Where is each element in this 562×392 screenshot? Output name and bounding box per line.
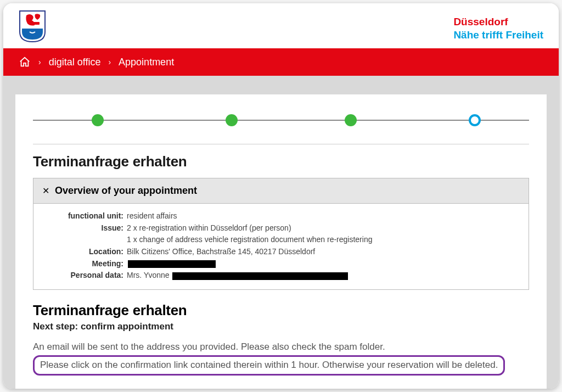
row-location: Location: Bilk Citizens' Office, Bachstr… (43, 246, 519, 258)
step-4-current (469, 114, 481, 126)
top-header: Düsseldorf Nähe trifft Freiheit (3, 3, 559, 48)
overview-body: functional unit: resident affairs Issue:… (33, 204, 529, 289)
step-3-done (345, 114, 357, 126)
chevron-right-icon: › (108, 58, 111, 66)
label-issue: Issue: (43, 222, 127, 234)
label-meeting: Meeting: (43, 258, 127, 270)
overview-toggle-header[interactable]: ✕ Overview of your appointment (33, 178, 529, 204)
breadcrumb-appointment: Appointment (119, 57, 174, 68)
confirmation-heading: Terminanfrage erhalten (33, 302, 529, 319)
row-functional-unit: functional unit: resident affairs (43, 210, 519, 222)
city-crest-logo (19, 10, 46, 43)
value-location: Bilk Citizens' Office, Bachstraße 145, 4… (127, 246, 519, 258)
value-meeting-redacted (127, 258, 519, 270)
personal-data-prefix: Mrs. Yvonne (127, 271, 170, 279)
value-issue: 2 x re-registration within Düsseldorf (p… (127, 222, 519, 246)
overview-header-label: Overview of your appointment (55, 185, 197, 197)
appointment-overview-box: ✕ Overview of your appointment functiona… (33, 178, 529, 290)
confirmation-highlight: Please click on the confirmation link co… (33, 355, 505, 375)
value-personal-data: Mrs. Yvonne (127, 270, 519, 282)
label-functional-unit: functional unit: (43, 210, 127, 222)
label-personal-data: Personal data: (43, 270, 127, 282)
personal-data-redacted (172, 272, 348, 280)
step-2-done (226, 114, 238, 126)
step-line (33, 120, 529, 121)
label-location: Location: (43, 246, 127, 258)
content-area: Terminanfrage erhalten ✕ Overview of you… (3, 76, 559, 389)
progress-stepper (33, 112, 529, 128)
home-icon[interactable] (19, 56, 31, 68)
main-card: Terminanfrage erhalten ✕ Overview of you… (15, 94, 547, 389)
section-title: Terminanfrage erhalten (33, 153, 529, 170)
breadcrumb-digital-office[interactable]: digital office (49, 57, 101, 68)
svg-rect-0 (33, 22, 40, 25)
info-line1: An email will be sent to the address you… (33, 340, 529, 354)
brand-slogan: Nähe trifft Freiheit (453, 29, 543, 42)
step-1-done (92, 114, 104, 126)
divider (33, 144, 529, 144)
chevron-right-icon: › (38, 58, 41, 66)
brand-tagline: Düsseldorf Nähe trifft Freiheit (453, 10, 543, 42)
breadcrumb: › digital office › Appointment (3, 48, 559, 76)
next-step-label: Next step: confirm appointment (33, 321, 529, 332)
issue-line2: 1 x change of address vehicle registrati… (127, 234, 519, 246)
row-meeting: Meeting: (43, 258, 519, 270)
row-personal-data: Personal data: Mrs. Yvonne (43, 270, 519, 282)
confirmation-info: An email will be sent to the address you… (33, 340, 529, 376)
row-issue: Issue: 2 x re-registration within Düssel… (43, 222, 519, 246)
brand-city: Düsseldorf (453, 15, 543, 29)
page-window: Düsseldorf Nähe trifft Freiheit › digita… (3, 3, 559, 389)
close-icon: ✕ (42, 186, 49, 196)
issue-line1: 2 x re-registration within Düsseldorf (p… (127, 222, 519, 234)
value-functional-unit: resident affairs (127, 210, 519, 222)
